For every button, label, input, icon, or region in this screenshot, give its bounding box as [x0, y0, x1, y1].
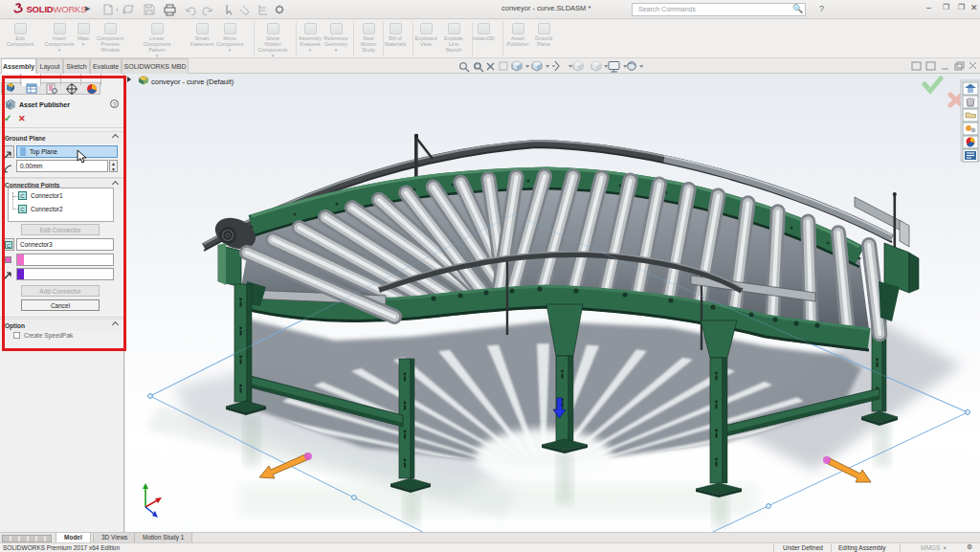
svg-text:conveyor - curve (Default): conveyor - curve (Default) [151, 77, 234, 86]
